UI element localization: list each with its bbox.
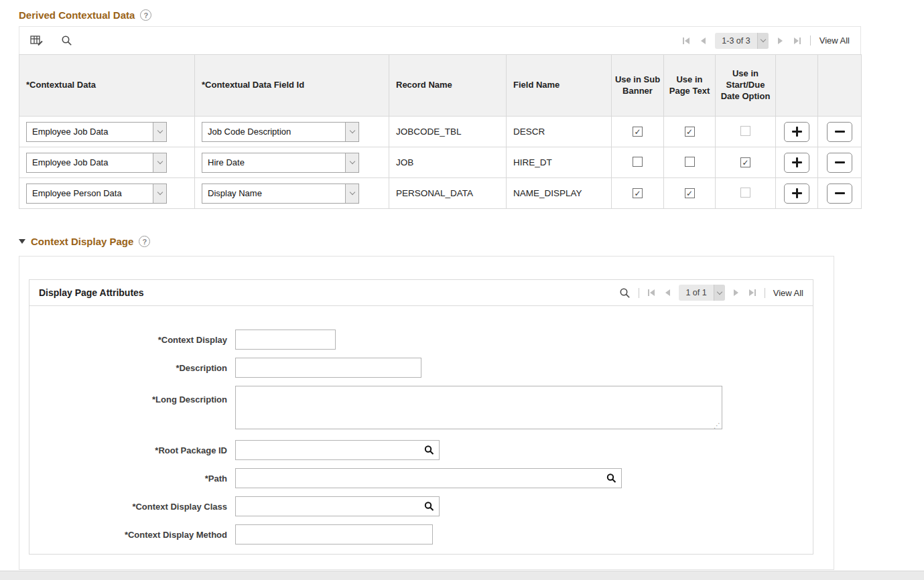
groupbox-title: Display Page Attributes [39,287,144,298]
sub-banner-checkbox[interactable] [633,127,643,137]
context-display-class-label: *Context Display Class [29,502,235,512]
context-display-method-input[interactable] [235,524,433,545]
col-add [776,55,818,117]
path-lookup-icon[interactable] [606,474,616,484]
last-page-icon[interactable] [748,289,756,297]
contextual-data-select[interactable]: Employee Person Data [26,184,167,204]
footer-strip [0,571,924,580]
sub-banner-checkbox[interactable] [633,188,643,198]
start-due-checkbox[interactable] [740,188,750,198]
page: Derived Contextual Data 1-3 of 3 [0,0,924,570]
plus-icon [792,188,802,198]
chevron-down-icon [714,285,725,301]
row-range-dropdown[interactable]: 1 of 1 [679,285,724,301]
derived-contextual-data-grid: 1-3 of 3 View All *Contextual Data *Cont… [19,26,861,209]
root-package-id-label: *Root Package ID [29,445,235,455]
view-all-link[interactable]: View All [819,35,850,46]
display-page-attributes-header: Display Page Attributes 1 of 1 Vi [29,280,813,306]
page-text-checkbox[interactable] [685,127,695,137]
context-display-input[interactable] [235,330,336,350]
search-icon[interactable] [61,35,72,46]
context-display-class-lookup-icon[interactable] [424,502,434,512]
field-id-select[interactable]: Display Name [202,184,359,204]
display-page-attributes-box: Display Page Attributes 1 of 1 Vi [29,279,813,555]
last-page-icon[interactable] [793,37,801,45]
long-description-textarea[interactable] [235,386,722,429]
col-contextual-data-field-id: *Contextual Data Field Id [195,55,389,117]
previous-page-icon[interactable] [700,37,706,45]
help-icon[interactable] [140,9,151,21]
plus-icon [792,157,802,167]
add-row-button[interactable] [784,153,809,173]
long-description-label: *Long Description [29,386,235,405]
grid-pagination: 1-3 of 3 View All [682,33,850,49]
search-icon[interactable] [619,287,631,299]
help-icon[interactable] [139,236,150,247]
path-label: *Path [29,474,235,484]
col-use-in-page-text: Use in Page Text [664,55,716,117]
divider [765,288,765,298]
col-record-name: Record Name [389,55,507,117]
grid-toolbar: 1-3 of 3 View All [19,26,861,54]
chevron-down-icon [153,123,166,141]
divider [810,35,811,46]
collapse-icon[interactable] [19,239,25,244]
col-use-in-sub-banner: Use in Sub Banner [612,55,664,117]
add-row-button[interactable] [784,184,809,204]
field-name-cell: HIRE_DT [507,147,612,178]
record-name-cell: PERSONAL_DATA [389,178,507,209]
sub-banner-checkbox[interactable] [633,157,643,167]
plus-icon [792,127,802,137]
root-package-id-input[interactable] [235,440,440,460]
personalize-grid-icon[interactable] [30,35,44,46]
delete-row-button[interactable] [827,184,852,204]
chevron-down-icon [345,153,358,172]
delete-row-button[interactable] [827,122,852,142]
page-text-checkbox[interactable] [685,157,695,167]
field-name-cell: DESCR [507,117,612,147]
contextual-data-select[interactable]: Employee Job Data [26,122,167,142]
context-display-method-label: *Context Display Method [29,530,235,540]
next-page-icon[interactable] [733,289,740,297]
table-row: Employee Job Data Hire Date JOB HIRE_DT [19,147,862,178]
contextual-data-table: *Contextual Data *Contextual Data Field … [19,54,862,209]
context-display-page-header: Context Display Page [19,236,924,247]
add-row-button[interactable] [784,122,809,142]
chevron-down-icon [757,33,769,49]
context-display-class-input[interactable] [235,496,440,516]
field-id-select[interactable]: Hire Date [202,153,359,173]
col-field-name: Field Name [507,55,612,117]
context-display-page-section: Display Page Attributes 1 of 1 Vi [19,256,834,570]
previous-page-icon[interactable] [664,289,671,297]
chevron-down-icon [345,184,358,203]
view-all-link[interactable]: View All [773,288,803,298]
table-header-row: *Contextual Data *Contextual Data Field … [19,55,862,117]
page-text-checkbox[interactable] [685,188,695,198]
description-input[interactable] [235,358,421,378]
context-display-label: *Context Display [29,335,235,345]
delete-row-button[interactable] [827,153,852,173]
divider [639,288,639,298]
chevron-down-icon [153,153,166,172]
path-input[interactable] [235,468,622,488]
description-label: *Description [29,363,235,373]
col-use-in-start-due-date-option: Use in Start/Due Date Option [716,55,776,117]
table-row: Employee Person Data Display Name PERSON… [19,178,862,209]
row-range-dropdown[interactable]: 1-3 of 3 [715,33,768,49]
record-name-cell: JOB [389,147,507,178]
first-page-icon[interactable] [682,37,691,45]
derived-contextual-data-header: Derived Contextual Data [19,9,924,21]
next-page-icon[interactable] [777,37,784,45]
section-title[interactable]: Context Display Page [31,236,133,247]
table-row: Employee Job Data Job Code Description J… [19,117,862,147]
field-id-select[interactable]: Job Code Description [202,122,359,142]
first-page-icon[interactable] [647,289,656,297]
field-name-cell: NAME_DISPLAY [507,178,612,209]
start-due-checkbox[interactable] [740,157,750,167]
contextual-data-select[interactable]: Employee Job Data [26,153,167,173]
chevron-down-icon [345,123,358,141]
start-due-checkbox[interactable] [740,126,750,136]
root-package-id-lookup-icon[interactable] [424,445,434,455]
col-contextual-data: *Contextual Data [19,55,195,117]
attributes-form: *Context Display *Description *Long Desc… [29,306,813,554]
